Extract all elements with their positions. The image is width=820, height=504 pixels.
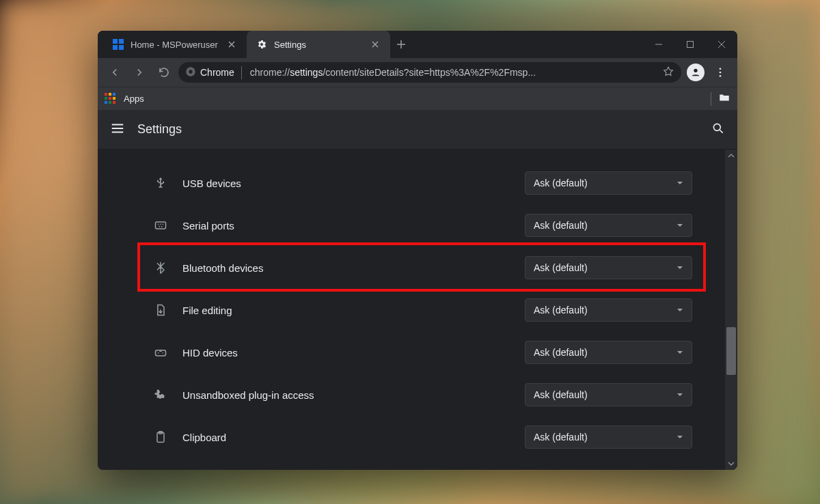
scrollbar-thumb[interactable] bbox=[726, 327, 736, 375]
dropdown-value: Ask (default) bbox=[534, 305, 588, 316]
menu-button[interactable] bbox=[710, 62, 730, 83]
svg-rect-0 bbox=[113, 39, 118, 44]
page-title: Settings bbox=[137, 122, 182, 137]
tab-title: Home - MSPoweruser bbox=[131, 40, 218, 50]
toolbar: Chrome chrome://settings/content/siteDet… bbox=[98, 58, 737, 87]
browser-window: Home - MSPoweruser Settings bbox=[98, 31, 737, 470]
chevron-down-icon bbox=[676, 305, 683, 316]
svg-rect-12 bbox=[156, 222, 166, 229]
plugin-icon bbox=[151, 388, 170, 402]
dropdown-value: Ask (default) bbox=[534, 347, 588, 358]
permission-label: Unsandboxed plug-in access bbox=[182, 389, 525, 401]
permission-dropdown[interactable]: Ask (default) bbox=[525, 341, 692, 364]
dropdown-value: Ask (default) bbox=[534, 178, 588, 188]
permission-row-bluetooth: Bluetooth devicesAsk (default) bbox=[146, 247, 706, 289]
dropdown-value: Ask (default) bbox=[534, 220, 588, 231]
chevron-down-icon bbox=[676, 178, 683, 188]
profile-button[interactable] bbox=[685, 62, 706, 83]
permission-label: USB devices bbox=[182, 178, 525, 189]
tab-close-icon[interactable] bbox=[226, 39, 237, 50]
serial-icon bbox=[151, 219, 170, 232]
url-text: chrome://settings/content/siteDetails?si… bbox=[250, 67, 536, 78]
svg-point-6 bbox=[189, 70, 192, 73]
hid-icon bbox=[151, 346, 170, 359]
tab-close-icon[interactable] bbox=[370, 39, 381, 50]
permission-dropdown[interactable]: Ask (default) bbox=[525, 383, 692, 406]
bookmarks-bar: Apps bbox=[98, 87, 737, 110]
scrollbar[interactable] bbox=[725, 150, 737, 470]
svg-point-20 bbox=[163, 352, 164, 354]
svg-point-13 bbox=[158, 224, 159, 225]
permission-row-usb: USB devicesAsk (default) bbox=[146, 162, 706, 204]
chevron-down-icon bbox=[676, 347, 683, 358]
dropdown-value: Ask (default) bbox=[534, 389, 588, 400]
chrome-icon bbox=[185, 66, 196, 79]
window-controls bbox=[643, 31, 737, 58]
dropdown-value: Ask (default) bbox=[534, 262, 588, 273]
search-icon[interactable] bbox=[711, 122, 725, 138]
windows-icon bbox=[113, 39, 124, 50]
address-bar[interactable]: Chrome chrome://settings/content/siteDet… bbox=[178, 62, 681, 83]
permission-row-hid: HID devicesAsk (default) bbox=[146, 331, 706, 374]
apps-icon[interactable] bbox=[105, 93, 117, 105]
permission-dropdown[interactable]: Ask (default) bbox=[525, 425, 692, 449]
hamburger-icon[interactable] bbox=[110, 121, 125, 139]
svg-rect-2 bbox=[113, 45, 118, 50]
bluetooth-icon bbox=[151, 261, 170, 275]
permission-label: Clipboard bbox=[182, 432, 525, 443]
svg-rect-1 bbox=[119, 39, 124, 44]
scroll-down-icon[interactable] bbox=[725, 458, 737, 470]
svg-rect-4 bbox=[687, 42, 694, 48]
svg-point-17 bbox=[161, 226, 163, 227]
usb-icon bbox=[151, 176, 170, 190]
tab-strip: Home - MSPoweruser Settings bbox=[98, 31, 412, 58]
chevron-down-icon bbox=[676, 389, 683, 400]
svg-point-16 bbox=[159, 226, 161, 227]
svg-point-9 bbox=[720, 72, 722, 74]
chevron-down-icon bbox=[676, 432, 683, 443]
dropdown-value: Ask (default) bbox=[534, 432, 588, 443]
new-tab-button[interactable] bbox=[390, 31, 412, 58]
file-icon bbox=[151, 303, 170, 317]
svg-point-19 bbox=[158, 352, 159, 354]
titlebar: Home - MSPoweruser Settings bbox=[98, 31, 737, 58]
tab-title: Settings bbox=[274, 40, 306, 50]
tab-mspoweruser[interactable]: Home - MSPoweruser bbox=[103, 31, 247, 58]
avatar-icon bbox=[687, 64, 705, 81]
permission-dropdown[interactable]: Ask (default) bbox=[525, 256, 692, 279]
chevron-down-icon bbox=[676, 262, 683, 273]
chevron-down-icon bbox=[676, 220, 683, 231]
permission-dropdown[interactable]: Ask (default) bbox=[525, 298, 692, 322]
permission-dropdown[interactable]: Ask (default) bbox=[525, 214, 692, 237]
permission-row-serial: Serial portsAsk (default) bbox=[146, 204, 706, 247]
svg-point-8 bbox=[720, 68, 722, 70]
permission-label: File editing bbox=[182, 305, 525, 316]
svg-point-15 bbox=[163, 224, 164, 225]
star-icon[interactable] bbox=[662, 66, 674, 80]
permission-dropdown[interactable]: Ask (default) bbox=[525, 171, 692, 195]
other-bookmarks-icon[interactable] bbox=[718, 92, 730, 107]
close-button[interactable] bbox=[706, 31, 737, 58]
minimize-button[interactable] bbox=[643, 31, 674, 58]
permission-row-clipboard: ClipboardAsk (default) bbox=[146, 416, 706, 458]
permission-row-plugin: Unsandboxed plug-in accessAsk (default) bbox=[146, 374, 706, 416]
apps-label[interactable]: Apps bbox=[124, 94, 144, 104]
settings-header: Settings bbox=[98, 110, 737, 150]
forward-button[interactable] bbox=[129, 62, 150, 83]
back-button[interactable] bbox=[105, 62, 125, 83]
svg-point-11 bbox=[713, 124, 720, 130]
permission-label: Bluetooth devices bbox=[182, 262, 525, 274]
permission-label: Serial ports bbox=[182, 220, 525, 232]
permission-row-file: File editingAsk (default) bbox=[146, 289, 706, 331]
tab-settings[interactable]: Settings bbox=[247, 31, 390, 58]
maximize-button[interactable] bbox=[674, 31, 706, 58]
scroll-up-icon[interactable] bbox=[725, 150, 737, 162]
svg-point-7 bbox=[694, 69, 697, 72]
divider bbox=[711, 92, 711, 106]
scheme-label: Chrome bbox=[200, 67, 234, 78]
permission-label: HID devices bbox=[182, 347, 525, 359]
svg-point-10 bbox=[720, 75, 722, 77]
clipboard-icon bbox=[151, 430, 170, 444]
gear-icon bbox=[256, 39, 267, 50]
reload-button[interactable] bbox=[154, 62, 174, 83]
